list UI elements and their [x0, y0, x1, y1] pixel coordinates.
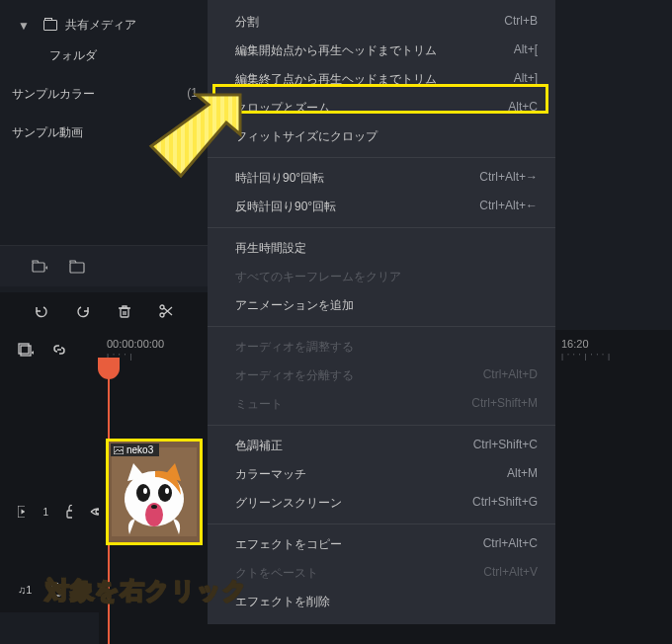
- menu-delete-effects[interactable]: エフェクトを削除: [208, 588, 555, 616]
- video-track-controls: 1: [0, 468, 99, 555]
- menu-duration[interactable]: 再生時間設定: [208, 234, 555, 263]
- project-toolbar: [0, 245, 208, 286]
- menu-color-correct[interactable]: 色調補正Ctrl+Shift+C: [208, 432, 555, 460]
- folder-icon: [43, 20, 57, 31]
- lock-icon[interactable]: [66, 505, 72, 519]
- svg-rect-2: [121, 308, 128, 317]
- timeline-clip[interactable]: neko3: [106, 439, 203, 545]
- track-header: 1 ♫1: [0, 330, 99, 612]
- context-menu: 分割Ctrl+B 編集開始点から再生ヘッドまでトリムAlt+[ 編集終了点から再…: [208, 0, 555, 624]
- menu-paste-effects: クトをペーストCtrl+Alt+V: [208, 559, 555, 588]
- tutorial-annotation: 対象を右クリック: [45, 575, 248, 606]
- menu-separator: [208, 326, 555, 327]
- menu-rotate-ccw[interactable]: 反時計回り90°回転Ctrl+Alt+←: [208, 193, 555, 221]
- link-icon[interactable]: [51, 342, 67, 358]
- menu-fit-crop[interactable]: フィットサイズにクロップ: [208, 122, 555, 151]
- menu-mute: ミュートCtrl+Shift+M: [208, 390, 555, 419]
- svg-rect-1: [70, 263, 84, 273]
- menu-detach-audio: オーディオを分離するCtrl+Alt+D: [208, 362, 555, 390]
- edit-toolbar: [0, 292, 208, 330]
- image-icon: [114, 446, 124, 454]
- svg-point-4: [160, 313, 164, 317]
- svg-point-13: [136, 484, 150, 502]
- menu-green-screen[interactable]: グリーンスクリーンCtrl+Shift+G: [208, 489, 555, 518]
- sidebar-item-label: サンプルカラー: [12, 87, 95, 101]
- svg-point-18: [151, 505, 157, 509]
- track-index: 1: [42, 507, 48, 518]
- sidebar-item-sample-video[interactable]: サンプル動画: [0, 118, 208, 148]
- sidebar-item-label: フォルダ: [49, 48, 97, 62]
- menu-separator: [208, 425, 555, 426]
- svg-point-14: [158, 484, 172, 502]
- caret-down-icon: ▼: [18, 19, 30, 33]
- svg-point-3: [160, 305, 164, 309]
- menu-trim-end[interactable]: 編集終了点から再生ヘッドまでトリムAlt+]: [208, 65, 555, 94]
- clip-label: neko3: [111, 443, 159, 456]
- svg-point-16: [165, 488, 169, 494]
- undo-icon[interactable]: [34, 303, 49, 319]
- menu-trim-start[interactable]: 編集開始点から再生ヘッドまでトリムAlt+[: [208, 37, 555, 65]
- eye-icon[interactable]: [90, 506, 99, 518]
- menu-separator: [208, 157, 555, 158]
- menu-copy-effects[interactable]: エフェクトをコピーCtrl+Alt+C: [208, 530, 555, 559]
- svg-rect-8: [67, 511, 72, 518]
- menu-separator: [208, 523, 555, 524]
- add-track-icon[interactable]: [18, 342, 34, 358]
- menu-clear-keyframes: すべてのキーフレームをクリア: [208, 263, 555, 291]
- audio-track-icon: ♫1: [18, 584, 32, 596]
- video-track-icon: [18, 506, 25, 518]
- item-count: (1: [187, 86, 198, 100]
- svg-point-15: [143, 488, 147, 494]
- clip-thumbnail: [109, 442, 200, 542]
- menu-rotate-cw[interactable]: 時計回り90°回転Ctrl+Alt+→: [208, 164, 555, 193]
- menu-adjust-audio: オーディオを調整する: [208, 333, 555, 362]
- menu-color-match[interactable]: カラーマッチAlt+M: [208, 460, 555, 489]
- time-tick-end: 16:20 | ' ' ' | ' ' ' |: [561, 338, 611, 361]
- trash-icon[interactable]: [117, 303, 132, 319]
- menu-separator: [208, 227, 555, 228]
- redo-icon[interactable]: [75, 303, 91, 319]
- folder-icon[interactable]: [69, 260, 85, 274]
- sidebar-item-sample-color[interactable]: サンプルカラー (1: [0, 79, 208, 110]
- scissors-icon[interactable]: [158, 303, 174, 319]
- sidebar-item-folder[interactable]: フォルダ: [0, 40, 208, 71]
- new-folder-icon[interactable]: [32, 260, 47, 274]
- track-head-top: [0, 330, 99, 369]
- menu-add-animation[interactable]: アニメーションを追加: [208, 291, 555, 320]
- svg-rect-0: [33, 263, 44, 272]
- sidebar-item-label: 共有メディア: [65, 17, 136, 34]
- sidebar-item-label: サンプル動画: [12, 125, 83, 139]
- menu-split[interactable]: 分割Ctrl+B: [208, 8, 555, 37]
- menu-crop-zoom[interactable]: クロップとズームAlt+C: [208, 94, 555, 122]
- sidebar-item-shared-media[interactable]: ▼ 共有メディア: [0, 10, 208, 40]
